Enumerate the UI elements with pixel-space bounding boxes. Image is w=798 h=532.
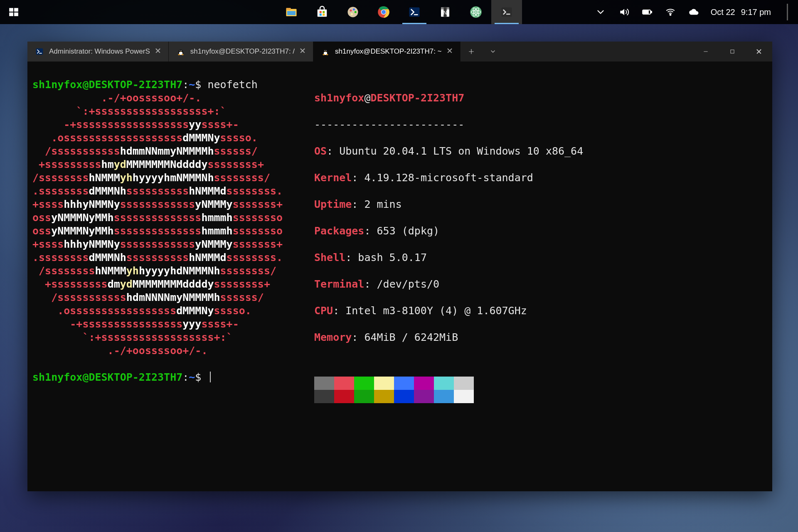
window-controls [692,42,772,62]
entered-command: neofetch [207,79,257,91]
info-host: DESKTOP-2I23TH7 [370,92,464,104]
palette-icon [347,6,359,18]
prompt-path: ~ [189,371,195,383]
color-swatch [374,377,394,390]
onedrive-icon[interactable] [687,6,700,18]
close-button[interactable] [746,42,772,62]
color-swatch [354,377,374,390]
svg-point-14 [353,8,355,10]
svg-point-47 [326,54,328,55]
taskbar-center-apps: N [276,0,522,24]
svg-rect-33 [643,11,648,13]
svg-point-15 [355,11,357,13]
tray-chevron-icon[interactable] [594,6,607,18]
taskbar-time: 9:17 pm [741,7,771,17]
svg-rect-30 [502,7,512,17]
svg-rect-11 [323,14,325,16]
taskbar-app-notepad[interactable]: N [430,0,461,24]
svg-point-38 [180,50,180,51]
maximize-button[interactable] [719,42,746,62]
color-swatch [414,390,434,403]
color-swatch [314,390,334,403]
terminal-cursor [210,372,211,382]
info-label-packages: Packages [314,225,364,237]
tab-dropdown-button[interactable] [482,48,504,55]
microsoft-store-icon [316,6,328,18]
close-icon[interactable] [300,48,307,55]
taskbar-app-explorer[interactable] [276,0,307,24]
svg-rect-1 [14,8,18,12]
minimize-icon [703,49,709,54]
svg-point-40 [178,54,180,55]
svg-point-16 [351,13,353,15]
prompt-user: sh1nyfox@DESKTOP-2I23TH7 [32,371,182,383]
terminal-viewport[interactable]: sh1nyfox@DESKTOP-2I23TH7:~$ neofetch .-/… [27,62,772,491]
wifi-icon[interactable] [664,6,677,18]
close-icon[interactable] [155,48,163,55]
taskbar-app-atom[interactable] [461,0,491,24]
svg-rect-9 [323,11,325,13]
prompt-sep: : [182,371,189,383]
info-value-terminal: : /dev/pts/0 [364,278,439,290]
info-value-os: : Ubuntu 20.04.1 LTS on Windows 10 x86_6… [327,145,583,157]
chrome-icon [377,6,390,18]
powershell-icon [35,47,44,56]
close-icon[interactable] [447,48,454,55]
plus-icon [468,48,475,55]
color-swatch [454,390,474,403]
svg-point-44 [325,50,325,51]
info-value-cpu: : Intel m3-8100Y (4) @ 1.607GHz [333,305,527,317]
color-swatch [414,377,434,390]
taskbar-app-powershell[interactable] [399,0,430,24]
color-swatch [394,390,414,403]
tab-label: Administrator: Windows PowerS [49,47,150,56]
close-icon [756,49,762,54]
prompt-user: sh1nyfox@DESKTOP-2I23TH7 [32,79,182,91]
svg-rect-0 [9,8,13,12]
taskbar-app-store[interactable] [307,0,337,24]
tab-powershell[interactable]: Administrator: Windows PowerS [27,42,169,62]
info-label-cpu: CPU [314,305,333,317]
windows-logo-icon [8,7,19,17]
taskbar: N Oct 22 9:17 pm [0,0,798,24]
taskbar-app-terminal[interactable] [491,0,522,24]
info-user: sh1nyfox [314,92,364,104]
system-tray: Oct 22 9:17 pm [594,0,798,24]
color-swatch [434,377,454,390]
svg-point-19 [382,10,386,14]
svg-point-34 [670,14,671,15]
battery-icon[interactable] [641,6,653,18]
taskbar-clock[interactable]: Oct 22 9:17 pm [711,7,771,17]
info-separator: ------------------------ [314,118,583,131]
prompt-symbol: $ [195,371,201,383]
svg-rect-7 [318,10,327,17]
taskbar-date: Oct 22 [711,7,735,17]
terminal-icon [500,6,513,18]
info-label-shell: Shell [314,251,345,264]
tab-wsl-home[interactable]: sh1nyfox@DESKTOP-2I23TH7: ~ [313,42,460,62]
color-swatch [394,377,414,390]
powershell-icon [408,6,421,18]
svg-rect-3 [14,12,18,16]
window-titlebar: Administrator: Windows PowerS sh1nyfox@D… [27,42,772,62]
taskbar-app-paint[interactable] [337,0,368,24]
color-swatch [454,377,474,390]
svg-text:N: N [443,10,447,16]
info-label-terminal: Terminal [314,278,364,290]
show-desktop-button[interactable] [787,4,788,20]
info-label-kernel: Kernel [314,172,352,184]
tab-label: sh1nyfox@DESKTOP-2I23TH7: ~ [335,47,441,56]
svg-rect-2 [9,12,13,16]
new-tab-button[interactable] [461,48,482,55]
info-at: @ [364,92,370,104]
tab-wsl-root[interactable]: sh1nyfox@DESKTOP-2I23TH7: / [169,42,313,62]
minimize-button[interactable] [692,42,719,62]
start-button[interactable] [0,0,27,24]
chevron-down-icon [490,48,496,55]
svg-rect-8 [320,11,322,13]
color-swatch [374,390,394,403]
volume-icon[interactable] [618,6,630,18]
info-value-memory: : 64MiB / 6242MiB [352,331,458,343]
taskbar-app-chrome[interactable] [368,0,399,24]
svg-point-39 [181,50,182,51]
